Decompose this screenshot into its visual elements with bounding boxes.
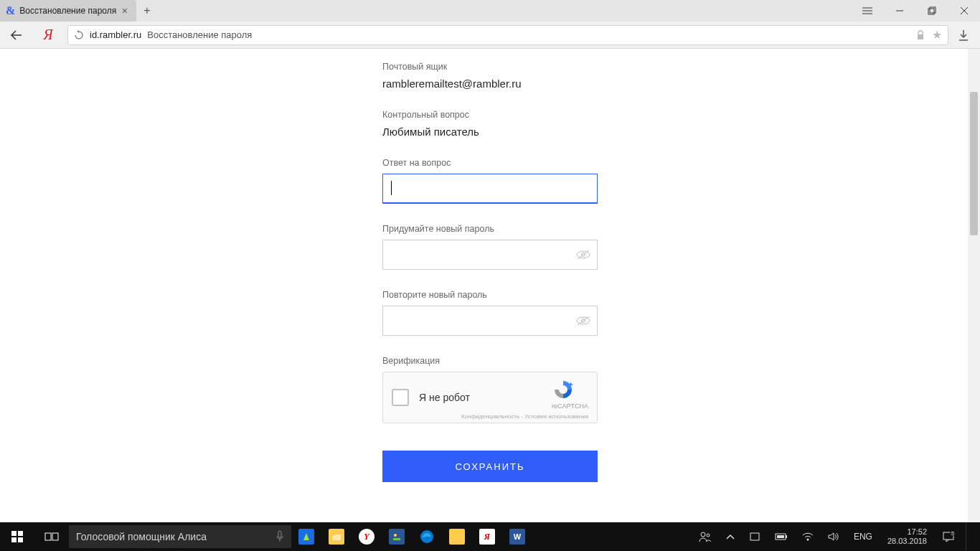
svg-marker-40	[829, 533, 834, 540]
recaptcha-widget: Я не робот reCAPTCHA Конфиденциальность …	[382, 372, 598, 423]
verification-label: Верификация	[382, 356, 598, 366]
answer-input[interactable]	[382, 174, 598, 204]
action-center-icon[interactable]: 5	[938, 522, 958, 551]
svg-rect-23	[45, 533, 51, 540]
tray-wifi-icon[interactable]	[798, 522, 817, 551]
svg-rect-31	[393, 538, 400, 540]
minimize-button[interactable]	[883, 0, 915, 22]
tab-close-icon[interactable]: ×	[119, 5, 131, 17]
taskbar-apps: Y Я W	[291, 522, 532, 551]
new-password-input[interactable]	[382, 240, 598, 270]
people-icon[interactable]	[695, 522, 715, 551]
svg-rect-22	[18, 537, 23, 542]
new-password-label: Придумайте новый пароль	[382, 224, 598, 234]
tray-clock[interactable]: 17:52 28.03.2018	[883, 527, 931, 546]
close-button[interactable]	[948, 0, 980, 22]
recaptcha-checkbox[interactable]	[392, 389, 409, 406]
tray-battery-icon[interactable]	[771, 522, 791, 551]
mailbox-value: rambleremailtest@rambler.ru	[382, 77, 598, 90]
lock-icon	[916, 30, 925, 40]
tray-chevron-up-icon[interactable]	[722, 522, 738, 551]
svg-rect-24	[52, 533, 58, 540]
taskbar-app-paint[interactable]	[382, 522, 412, 551]
mic-icon[interactable]	[275, 530, 284, 543]
window-controls	[851, 0, 980, 22]
svg-marker-27	[303, 533, 309, 540]
titlebar: & Восстановление пароля × +	[0, 0, 980, 22]
tray-bluetooth-icon[interactable]	[745, 522, 764, 551]
url-host: id.rambler.ru	[90, 29, 141, 40]
reload-icon[interactable]	[74, 30, 84, 40]
downloads-icon[interactable]	[951, 25, 976, 45]
svg-rect-35	[750, 533, 759, 540]
svg-point-33	[701, 532, 705, 537]
svg-rect-37	[786, 535, 787, 538]
mailbox-label: Почтовый ящик	[382, 62, 598, 72]
tray-time: 17:52	[887, 527, 927, 537]
svg-point-39	[806, 539, 809, 541]
svg-rect-28	[332, 534, 341, 540]
security-question-value: Любимый писатель	[382, 126, 598, 138]
taskbar-app-1[interactable]	[291, 522, 321, 551]
recaptcha-logo-icon: reCAPTCHA	[552, 378, 588, 410]
security-question-label: Контрольный вопрос	[382, 110, 598, 120]
page-content: Почтовый ящик rambleremailtest@rambler.r…	[0, 49, 980, 522]
taskbar-app-folder[interactable]	[442, 522, 472, 551]
svg-rect-38	[777, 535, 784, 538]
recaptcha-legal[interactable]: Конфиденциальность - Условия использован…	[461, 413, 588, 420]
recaptcha-label: Я не робот	[419, 392, 470, 403]
answer-label: Ответ на вопрос	[382, 158, 598, 168]
taskbar-app-explorer[interactable]	[321, 522, 352, 551]
svg-text:5: 5	[951, 531, 954, 536]
taskbar-search-text: Голосовой помощник Алиса	[76, 531, 207, 542]
svg-rect-20	[18, 531, 23, 536]
svg-rect-29	[332, 533, 336, 535]
taskbar-app-edge[interactable]	[412, 522, 442, 551]
tab-title: Восстановление пароля	[19, 6, 118, 16]
taskbar-app-word[interactable]: W	[502, 522, 532, 551]
repeat-password-input[interactable]	[382, 306, 598, 336]
scrollbar-track[interactable]	[968, 49, 980, 522]
svg-rect-4	[928, 9, 934, 14]
svg-point-34	[707, 534, 710, 537]
start-button[interactable]	[0, 522, 34, 551]
yandex-logo-icon[interactable]: Я	[32, 25, 65, 45]
tray-volume-icon[interactable]	[824, 522, 843, 551]
address-bar: Я id.rambler.ru Восстановление пароля ★	[0, 22, 980, 49]
svg-rect-9	[918, 34, 923, 39]
svg-rect-5	[930, 7, 936, 13]
taskbar: Голосовой помощник Алиса Y Я W	[0, 522, 980, 551]
rambler-favicon-icon: &	[6, 4, 15, 17]
recaptcha-brand: reCAPTCHA	[552, 402, 588, 410]
tray-language[interactable]: ENG	[850, 522, 876, 551]
url-field[interactable]: id.rambler.ru Восстановление пароля ★	[67, 25, 948, 45]
taskbar-search[interactable]: Голосовой помощник Алиса	[69, 525, 291, 548]
text-caret	[391, 181, 392, 195]
url-title: Восстановление пароля	[147, 29, 252, 40]
menu-icon[interactable]	[851, 0, 883, 22]
svg-rect-19	[11, 531, 17, 536]
maximize-button[interactable]	[915, 0, 948, 22]
system-tray: ENG 17:52 28.03.2018 5	[695, 522, 980, 551]
back-button[interactable]	[4, 25, 29, 45]
bookmark-star-icon[interactable]: ★	[932, 28, 942, 42]
taskbar-app-yandex-2[interactable]: Я	[472, 522, 502, 551]
repeat-password-label: Повторите новый пароль	[382, 290, 598, 300]
svg-point-30	[394, 534, 397, 537]
task-view-button[interactable]	[34, 522, 69, 551]
show-desktop-button[interactable]	[966, 522, 974, 551]
tray-date: 28.03.2018	[887, 537, 927, 546]
browser-tab[interactable]: & Восстановление пароля ×	[0, 0, 136, 22]
save-button[interactable]: СОХРАНИТЬ	[382, 451, 598, 482]
new-tab-button[interactable]: +	[136, 0, 158, 22]
scrollbar-thumb[interactable]	[970, 92, 978, 235]
svg-rect-21	[11, 537, 17, 542]
svg-rect-25	[278, 531, 281, 537]
taskbar-app-yandex[interactable]: Y	[352, 522, 382, 551]
